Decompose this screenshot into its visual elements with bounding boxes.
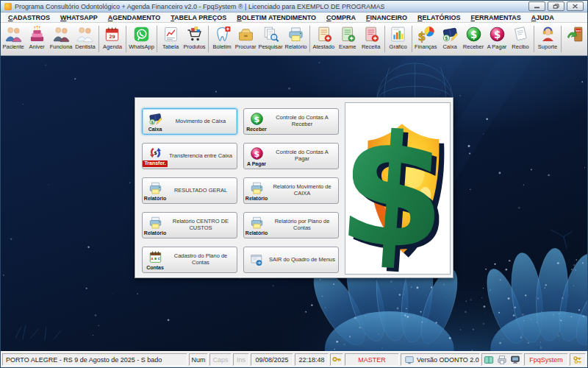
toolbar-button-label: Boletim (213, 43, 232, 50)
toolbar-exit-door[interactable]: EXIT (563, 24, 587, 54)
titlebar: Programa Consultório Odontológico + Agen… (1, 1, 587, 13)
toolbar-funciona[interactable]: Funciona (49, 24, 74, 54)
toolbar-button-label: Dentista (75, 43, 96, 50)
menu-ferramentas[interactable]: FERRAMENTAS (465, 14, 526, 21)
menu-compra[interactable]: COMPRA (321, 14, 361, 21)
pesquisar-icon (262, 25, 280, 43)
svg-text:$: $ (417, 30, 426, 43)
svg-text:EXIT: EXIT (576, 29, 581, 32)
toolbar-produtos[interactable]: Produtos (182, 24, 207, 54)
relatorio-movimento-de-caixa-button[interactable]: RelatórioRelatório Movimento de CAIXA (243, 177, 339, 204)
button-icon-caption: Caixa (148, 127, 162, 132)
toolbar-receber[interactable]: $Receber (462, 24, 485, 54)
menu-agendamento[interactable]: AGENDAMENTO (103, 14, 165, 21)
menu-whatsapp[interactable]: WHATSAPP (55, 14, 103, 21)
sair-do-quadro-de-menus-button[interactable]: SAIR do Quadro de Menus (243, 247, 339, 273)
svg-text:$: $ (254, 114, 259, 124)
desktop-area: $CaixaMovimento de Caixa$ReceberControle… (1, 56, 587, 351)
toolbar-button-label: Finanças (415, 43, 437, 50)
toolbar-caixa[interactable]: $Caixa (438, 24, 462, 54)
toolbar-whatsapp[interactable]: WhatsApp (128, 24, 155, 54)
restore-icon (553, 4, 559, 9)
controle-do-contas-a-pagar-button[interactable]: $A PagarControle do Contas A Pagar (243, 143, 339, 169)
svg-text:A B C: A B C (151, 257, 160, 261)
relatorio-icon (287, 25, 305, 43)
svg-text:$: $ (445, 35, 448, 41)
toolbar-tabela[interactable]: Tabela (159, 24, 182, 54)
toolbar-procurar[interactable]: Procurar (234, 24, 257, 54)
controle-do-contas-a-receber-button[interactable]: $ReceberControle do Contas A Receber (243, 108, 339, 135)
transferencia-entre-caixa-button[interactable]: $Transfer.Transferencia entre Caixa (142, 143, 237, 169)
button-label: Cadastro do Plano de Contas (166, 253, 235, 266)
toolbar-paciente[interactable]: Paciente (1, 24, 25, 54)
procurar-icon (237, 25, 255, 43)
toolbar-button-label: Receita (362, 43, 380, 50)
toolbar-aniver[interactable]: Aniver (25, 24, 49, 54)
button-icon-caption: Relatório (245, 196, 268, 202)
toolbar-relatorio[interactable]: Relatório (284, 24, 308, 54)
minimize-button[interactable] (528, 1, 545, 11)
dentista-icon (76, 25, 94, 43)
menu-boletim-atendimento[interactable]: BOLETIM ATENDIMENTO (232, 14, 321, 21)
toolbar-agenda[interactable]: 29Agenda (101, 24, 124, 54)
status-key-panel (330, 353, 343, 366)
relatorio-por-plano-de-contas-button[interactable]: RelatórioRelatório por Plano de Contas (243, 212, 339, 238)
menu-ajuda[interactable]: AJUDA (526, 14, 559, 21)
aniver-icon (28, 25, 46, 43)
toolbar-financas[interactable]: $Finanças (414, 24, 438, 54)
button-icon-caption: Relatório (144, 230, 166, 236)
minimize-icon (534, 4, 540, 9)
menu-financeiro[interactable]: FINANCEIRO (361, 14, 412, 21)
keys-icon (573, 355, 583, 365)
svg-text:$: $ (154, 150, 157, 156)
restore-button[interactable] (548, 1, 564, 11)
toolbar-button-label: Recibo (512, 43, 528, 50)
toolbar-grafico[interactable]: Gráfico (387, 24, 410, 54)
notebook-icon (484, 355, 494, 365)
toolbar-separator (126, 26, 126, 52)
toolbar-atestado[interactable]: Atestado (312, 24, 336, 54)
key-icon (331, 355, 342, 365)
menu-tabela-precos[interactable]: TABELA PREÇOS (165, 14, 232, 21)
apagar-icon: $ (249, 146, 265, 161)
toolbar-button-label: Suporte (538, 43, 557, 50)
toolbar-button-label: Caixa (442, 43, 456, 50)
button-icon-caption: A Pagar (247, 161, 266, 167)
toolbar-suporte[interactable]: Suporte (536, 24, 559, 54)
toolbar-separator (384, 26, 385, 52)
toolbar-recibo[interactable]: Recibo (509, 24, 532, 54)
toolbar-pesquisar[interactable]: Pesquisar (257, 24, 284, 54)
statusbar: PORTO ALEGRE - RS 9 de Agosto de 2025 - … (1, 351, 587, 367)
menu-cadastros[interactable]: CADASTROS (3, 14, 55, 21)
close-button[interactable] (567, 1, 584, 11)
toolbar-dentista[interactable]: Dentista (74, 24, 97, 54)
close-icon (572, 4, 578, 9)
exit-door-icon: EXIT (566, 25, 584, 43)
toolbar-a-pagar[interactable]: $A Pagar (485, 24, 509, 54)
atestado-icon (315, 25, 333, 43)
toolbar-exame[interactable]: Exame (336, 24, 359, 54)
toolbar-boletim[interactable]: Boletim (210, 24, 234, 54)
toolbar-button-label: WhatsApp (129, 43, 154, 50)
button-label: Controle do Contas A Pagar (268, 149, 337, 162)
transfer-icon: $ (148, 145, 163, 160)
financial-menu-buttons: $CaixaMovimento de Caixa$ReceberControle… (142, 108, 339, 273)
relatorio-icon (249, 180, 265, 196)
relatorio-centro-de-custos-button[interactable]: RelatórioRelatório CENTRO DE CUSTOS (142, 212, 237, 238)
exit-window-icon (249, 252, 265, 268)
window-controls (528, 1, 584, 11)
cadastro-do-plano-de-contas-button[interactable]: A B CContasCadastro do Plano de Contas (142, 247, 237, 273)
toolbar-button-label: Relatório (285, 43, 307, 50)
movimento-de-caixa-button[interactable]: $CaixaMovimento de Caixa (142, 108, 237, 135)
toolbar-button-label: Agenda (103, 43, 122, 50)
button-label: Movimento de Caixa (166, 118, 235, 125)
button-icon-block: Relatório (245, 215, 268, 236)
app-icon (4, 3, 12, 10)
toolbar-separator (309, 26, 310, 52)
toolbar-receita[interactable]: Receita (359, 24, 383, 54)
menu-relatorios[interactable]: RELATÓRIOS (412, 14, 465, 21)
resultado-geral-button[interactable]: RelatórioRESULTADO GERAL (142, 177, 237, 204)
status-insert: Ins (233, 353, 249, 366)
relatorio-icon (249, 215, 265, 230)
toolbar-button-label: Paciente (3, 43, 24, 50)
